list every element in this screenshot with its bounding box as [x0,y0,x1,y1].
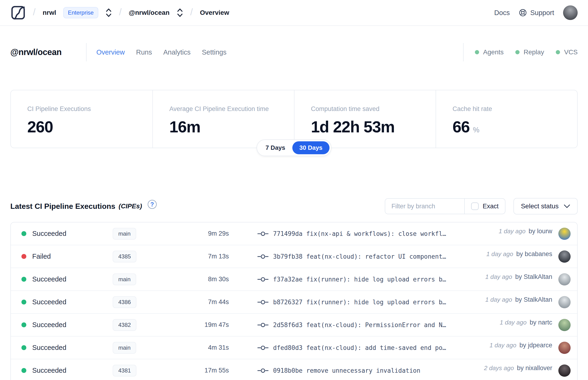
table-row[interactable]: Succeeded main 9m 29s 771499da fix(nx-ap… [11,223,577,245]
branch-badge[interactable]: 4386 [113,296,136,308]
commit-cell: 2d58f6d3 feat(nx-cloud): PermissionError… [257,322,494,328]
table-row[interactable]: Succeeded 4386 7m 44s b8726327 fix(runne… [11,291,577,314]
stat-card: Computation time saved 1d 22h 53m [294,90,436,148]
page-title: @nrwl/ocean [10,47,62,57]
branch-filter-group: Exact [385,198,505,214]
cipe-table: Succeeded main 9m 29s 771499da fix(nx-ap… [10,222,578,380]
breadcrumb-org[interactable]: nrwl [43,9,56,17]
author-avatar[interactable] [558,342,570,354]
commit-subject: fix(runner): hide log upload errors b… [306,299,446,306]
enterprise-badge: Enterprise [63,7,98,18]
indicator-agents: Agents [475,48,504,56]
stat-card: Average CI Pipeline Execution time 16m [152,90,294,148]
stat-value-number: 66 [453,119,470,135]
commit-message[interactable]: f37a32ae fix(runner): hide log upload er… [273,276,446,283]
stat-label: Computation time saved [311,105,419,113]
commit-message[interactable]: dfed80d3 feat(nx-cloud): add time-saved … [273,344,446,351]
status-dot [21,323,26,327]
commit-subject: feat(nx-cloud): add time-saved end po… [306,344,446,351]
tab-runs[interactable]: Runs [136,48,152,56]
range-option-7-days[interactable]: 7 Days [259,141,292,154]
user-avatar[interactable] [563,5,578,20]
cipe-list-header: Latest CI Pipeline Executions (CIPEs) ? … [10,198,578,214]
tab-settings[interactable]: Settings [202,48,227,56]
help-icon[interactable]: ? [148,200,157,209]
branch-badge[interactable]: main [113,273,136,285]
select-status-label: Select status [521,203,559,210]
range-option-30-days[interactable]: 30 Days [292,141,329,154]
select-status-button[interactable]: Select status [513,198,578,214]
git-commit-icon [257,277,269,282]
exact-checkbox[interactable] [471,203,479,210]
workspace-tabs: OverviewRunsAnalyticsSettings [96,48,227,56]
commit-message[interactable]: 771499da fix(nx-api & workflows): close … [273,230,446,237]
workspace-header: @nrwl/ocean OverviewRunsAnalyticsSetting… [0,43,588,62]
tab-overview[interactable]: Overview [96,48,125,56]
meta-cell: 1 day ago by nartc [500,319,570,331]
author-avatar[interactable] [558,296,570,308]
stats-section: CI Pipeline Executions 260 Average CI Pi… [10,90,578,148]
status-dot [21,345,26,350]
meta-cell: 1 day ago by bcabanes [486,250,570,263]
branch-filter-input[interactable] [385,199,464,214]
git-commit-icon [257,322,269,328]
status-cell: Succeeded [21,344,113,352]
table-row[interactable]: Succeeded 4382 19m 47s 2d58f6d3 feat(nx-… [11,314,577,337]
support-label: Support [530,9,554,17]
table-row[interactable]: Failed 4385 7m 13s 3b79fb38 feat(nx-clou… [11,245,577,268]
status-dot [21,277,26,282]
chevron-up-down-icon [177,8,183,18]
git-commit-icon [257,345,269,351]
indicator-label: Replay [524,48,544,56]
branch-cell: 4381 [113,365,171,377]
stat-label: Average CI Pipeline Execution time [169,105,278,113]
commit-cell: dfed80d3 feat(nx-cloud): add time-saved … [257,344,484,351]
commit-message[interactable]: b8726327 fix(runner): hide log upload er… [273,299,446,306]
commit-message[interactable]: 3b79fb38 feat(nx-cloud): refactor UI com… [273,253,446,260]
table-row[interactable]: Succeeded main 4m 31s dfed80d3 feat(nx-c… [11,337,577,359]
branch-badge[interactable]: 4385 [113,251,136,263]
author-avatar[interactable] [558,250,570,263]
support-link[interactable]: Support [519,8,554,17]
branch-badge[interactable]: main [113,228,136,240]
commit-subject: feat(nx-cloud): refactor UI component… [306,253,446,260]
status-cell: Succeeded [21,275,113,283]
stat-value: 16m [169,119,278,135]
commit-message[interactable]: 0918b0be remove unnecessary invalidation [273,367,420,374]
docs-link[interactable]: Docs [494,9,510,17]
workspace-switcher-button[interactable] [177,7,183,18]
stat-value-number: 260 [27,119,53,135]
branch-badge[interactable]: 4382 [113,319,136,331]
commit-message[interactable]: 2d58f6d3 feat(nx-cloud): PermissionError… [273,322,446,328]
duration: 7m 44s [171,298,229,306]
branch-cell: 4382 [113,319,171,331]
git-commit-icon [257,368,269,373]
workspace-status: Agents Replay VCS [463,43,578,61]
nx-cloud-logo[interactable] [10,5,26,20]
table-row[interactable]: Succeeded main 8m 30s f37a32ae fix(runne… [11,268,577,291]
table-row[interactable]: Succeeded 4381 17m 55s 0918b0be remove u… [11,359,577,380]
status-label: Succeeded [32,230,66,237]
commit-subject: fix(runner): hide log upload errors b… [306,276,446,283]
org-switcher-button[interactable] [105,7,112,18]
stat-value: 66 % [453,119,561,135]
author-avatar[interactable] [558,228,570,240]
stat-card: CI Pipeline Executions 260 [11,90,152,148]
breadcrumb-workspace[interactable]: @nrwl/ocean [129,9,170,17]
branch-badge[interactable]: main [113,342,136,354]
commit-cell: 3b79fb38 feat(nx-cloud): refactor UI com… [257,253,481,260]
tab-analytics[interactable]: Analytics [163,48,190,56]
time-ago: 1 day ago [500,319,527,326]
author-avatar[interactable] [558,319,570,331]
exact-filter[interactable]: Exact [465,199,505,214]
duration: 17m 55s [171,367,229,374]
nav-actions: Docs Support [494,5,578,20]
status-dot [21,254,26,259]
author-avatar[interactable] [558,273,570,285]
status-dot [475,50,479,54]
commit-hash: b8726327 [273,299,303,306]
branch-badge[interactable]: 4381 [113,365,136,377]
time-ago: 1 day ago [485,296,512,303]
breadcrumb-separator: / [190,7,193,17]
author-avatar[interactable] [558,364,570,377]
